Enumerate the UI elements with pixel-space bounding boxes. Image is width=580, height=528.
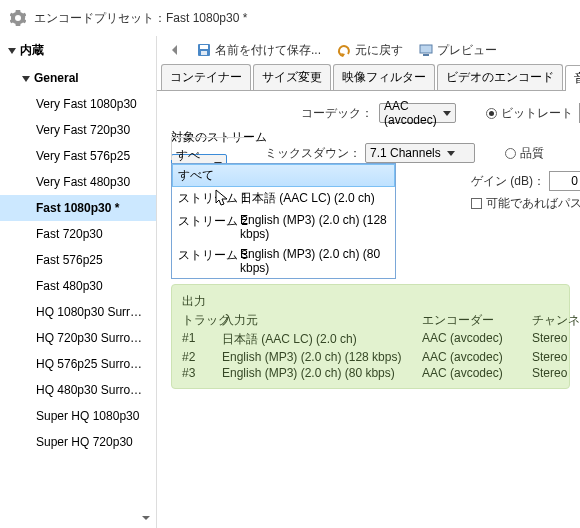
preset-item[interactable]: Very Fast 1080p30 bbox=[0, 91, 156, 117]
dropdown-item-col1: ストリーム 3 bbox=[178, 247, 240, 275]
preset-item[interactable]: Very Fast 576p25 bbox=[0, 143, 156, 169]
svg-rect-3 bbox=[420, 45, 432, 53]
codec-label: コーデック： bbox=[301, 105, 373, 122]
undo-icon bbox=[337, 43, 351, 57]
svg-rect-4 bbox=[423, 54, 429, 56]
chevron-down-icon bbox=[447, 151, 455, 156]
mixdown-combo[interactable]: 7.1 Channels bbox=[365, 143, 475, 163]
preset-item[interactable]: Fast 1080p30 * bbox=[0, 195, 156, 221]
preset-sidebar: 内蔵 General Very Fast 1080p30Very Fast 72… bbox=[0, 36, 157, 528]
tab[interactable]: 音声のエンコード bbox=[565, 65, 580, 91]
quality-label: 品質 bbox=[520, 145, 544, 162]
preset-item[interactable]: HQ 576p25 Surround bbox=[0, 351, 156, 377]
passthru-label: 可能であればパススルー bbox=[486, 195, 580, 212]
window-title: エンコードプリセット：Fast 1080p30 * bbox=[34, 10, 247, 27]
revert-label: 元に戻す bbox=[355, 42, 403, 59]
output-panel: 出力 トラック入力元エンコーダーチャンネルレイアウト#1日本語 (AAC LC)… bbox=[171, 284, 570, 389]
gear-icon bbox=[10, 10, 26, 26]
output-cell: Stereo bbox=[532, 350, 580, 364]
bitrate-label: ビットレート bbox=[501, 105, 573, 122]
svg-rect-1 bbox=[200, 45, 208, 49]
tab-bar: コンテイナーサイズ変更映像フィルタービデオのエンコード音声のエンコード bbox=[157, 64, 580, 91]
tab[interactable]: 映像フィルター bbox=[333, 64, 435, 90]
preview-label: プレビュー bbox=[437, 42, 497, 59]
mixdown-label: ミックスダウン： bbox=[265, 145, 361, 162]
output-cell: AAC (avcodec) bbox=[422, 366, 532, 380]
tree-group[interactable]: General bbox=[0, 65, 156, 91]
output-cell: AAC (avcodec) bbox=[422, 331, 532, 348]
titlebar: エンコードプリセット：Fast 1080p30 * bbox=[0, 0, 580, 36]
scroll-down-icon[interactable] bbox=[140, 512, 152, 524]
dropdown-item-col1: ストリーム 2 bbox=[178, 213, 240, 241]
back-button[interactable] bbox=[163, 42, 187, 58]
codec-combo[interactable]: AAC (avcodec) bbox=[379, 103, 456, 123]
svg-rect-2 bbox=[201, 51, 207, 55]
tree-root[interactable]: 内蔵 bbox=[0, 36, 156, 65]
output-cell: English (MP3) (2.0 ch) (128 kbps) bbox=[222, 350, 422, 364]
output-title: 出力 bbox=[182, 293, 559, 310]
preset-item[interactable]: Very Fast 720p30 bbox=[0, 117, 156, 143]
preset-item[interactable]: Very Fast 480p30 bbox=[0, 169, 156, 195]
output-header: 入力元 bbox=[222, 312, 422, 329]
toolbar: 名前を付けて保存... 元に戻す プレビュー bbox=[157, 36, 580, 64]
revert-button[interactable]: 元に戻す bbox=[331, 40, 409, 61]
output-cell: AAC (avcodec) bbox=[422, 350, 532, 364]
save-as-label: 名前を付けて保存... bbox=[215, 42, 321, 59]
output-header: エンコーダー bbox=[422, 312, 532, 329]
output-cell: Stereo bbox=[532, 366, 580, 380]
gain-label: ゲイン (dB)： bbox=[471, 173, 545, 190]
caret-down-icon bbox=[22, 76, 30, 82]
stream-group-label: 対象のストリーム bbox=[171, 129, 251, 146]
output-header: チャンネルレイアウト bbox=[532, 312, 580, 329]
preview-icon bbox=[419, 43, 433, 57]
dropdown-item[interactable]: ストリーム 2English (MP3) (2.0 ch) (128 kbps) bbox=[172, 210, 395, 244]
preview-button[interactable]: プレビュー bbox=[413, 40, 503, 61]
output-cell: #2 bbox=[182, 350, 222, 364]
output-cell: English (MP3) (2.0 ch) (80 kbps) bbox=[222, 366, 422, 380]
tab[interactable]: ビデオのエンコード bbox=[437, 64, 563, 90]
gain-spin[interactable] bbox=[549, 171, 580, 191]
output-cell: 日本語 (AAC LC) (2.0 ch) bbox=[222, 331, 422, 348]
tab[interactable]: コンテイナー bbox=[161, 64, 251, 90]
caret-down-icon bbox=[8, 48, 16, 54]
preset-item[interactable]: Super HQ 1080p30 bbox=[0, 403, 156, 429]
preset-item[interactable]: HQ 1080p30 Surround bbox=[0, 299, 156, 325]
preset-item[interactable]: Fast 576p25 bbox=[0, 247, 156, 273]
dropdown-item-col1: ストリーム 1 bbox=[178, 190, 240, 207]
output-cell: Stereo bbox=[532, 331, 580, 348]
tab[interactable]: サイズ変更 bbox=[253, 64, 331, 90]
dropdown-item-col2: English (MP3) (2.0 ch) (80 kbps) bbox=[240, 247, 389, 275]
preset-item[interactable]: Fast 480p30 bbox=[0, 273, 156, 299]
preset-item[interactable]: HQ 720p30 Surround bbox=[0, 325, 156, 351]
mixdown-value: 7.1 Channels bbox=[370, 146, 441, 160]
dropdown-item[interactable]: ストリーム 1日本語 (AAC LC) (2.0 ch) bbox=[172, 187, 395, 210]
quality-radio[interactable] bbox=[505, 148, 516, 159]
dropdown-item-col2: 日本語 (AAC LC) (2.0 ch) bbox=[240, 190, 375, 207]
chevron-down-icon bbox=[443, 111, 451, 116]
save-icon bbox=[197, 43, 211, 57]
chevron-left-icon bbox=[169, 44, 181, 56]
dropdown-item[interactable]: すべて bbox=[172, 164, 395, 187]
preset-item[interactable]: Super HQ 720p30 bbox=[0, 429, 156, 455]
dropdown-item-col1: すべて bbox=[178, 167, 240, 184]
bitrate-radio[interactable] bbox=[486, 108, 497, 119]
save-as-button[interactable]: 名前を付けて保存... bbox=[191, 40, 327, 61]
dropdown-item[interactable]: ストリーム 3English (MP3) (2.0 ch) (80 kbps) bbox=[172, 244, 395, 278]
dropdown-item-col2: English (MP3) (2.0 ch) (128 kbps) bbox=[240, 213, 389, 241]
output-cell: #1 bbox=[182, 331, 222, 348]
preset-item[interactable]: Fast 720p30 bbox=[0, 221, 156, 247]
stream-dropdown[interactable]: すべてストリーム 1日本語 (AAC LC) (2.0 ch)ストリーム 2En… bbox=[171, 163, 396, 279]
codec-value: AAC (avcodec) bbox=[384, 99, 437, 127]
preset-item[interactable]: HQ 480p30 Surround bbox=[0, 377, 156, 403]
output-cell: #3 bbox=[182, 366, 222, 380]
gain-input[interactable] bbox=[550, 172, 580, 190]
passthru-check[interactable] bbox=[471, 198, 482, 209]
output-header: トラック bbox=[182, 312, 222, 329]
